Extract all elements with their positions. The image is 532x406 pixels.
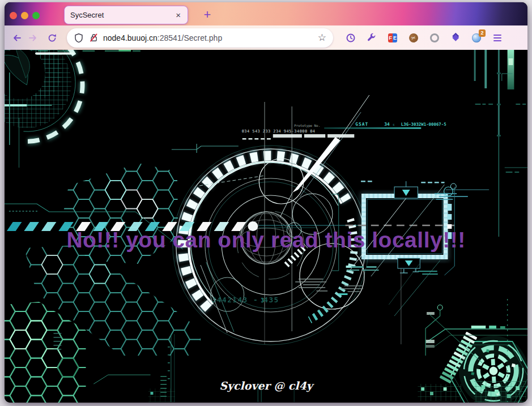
reload-icon: [47, 33, 57, 43]
page-heading: No!!! you can only read this locally!!!: [66, 228, 465, 253]
url-path: :28541/Secret.php: [158, 33, 222, 42]
stylus-extension[interactable]: [450, 33, 461, 43]
topright-bars: [474, 50, 526, 237]
gsat-label: GSAT: [355, 122, 368, 127]
menu-icon: [493, 35, 501, 36]
extension-badge: 2: [479, 29, 486, 37]
url-bar[interactable]: node4.buuoj.cn:28541/Secret.php ☆: [67, 28, 333, 48]
back-arrow-icon: [12, 33, 22, 43]
prototype-label: Prototype No.: [294, 123, 320, 128]
forward-arrow-icon: [28, 33, 38, 43]
right-edge-details: [502, 74, 527, 173]
fe-icon: F E: [388, 33, 397, 42]
tab-bar: SycSecret × +: [5, 2, 527, 25]
reload-button[interactable]: [44, 30, 60, 46]
tab-title: SycSecret: [70, 11, 175, 19]
url-host: node4.buuoj.cn: [103, 33, 158, 42]
clock-icon: [346, 33, 356, 43]
gsat-header: GSAT 34 s L3G-3032W1-00067-5: [324, 122, 446, 129]
forward-button[interactable]: [25, 30, 41, 46]
serial-number: 3442143 - 435: [212, 296, 279, 304]
topleft-mechanism: [5, 50, 191, 168]
serial-extra: 3: [261, 297, 264, 304]
ring-icon: [430, 33, 439, 42]
wrench-icon: [367, 33, 377, 43]
fe-icon-left-letter: F: [388, 33, 393, 42]
extension-icons: F E ✂ 2: [346, 33, 503, 43]
page-content: GSAT 34 s L3G-3032W1-00067-5: [5, 50, 527, 403]
back-button[interactable]: [9, 30, 25, 46]
blue-globe-extension[interactable]: 2: [471, 33, 482, 43]
devtools-wrench-extension[interactable]: [367, 33, 377, 43]
gsat-unit: s: [393, 122, 395, 126]
minimize-window-button[interactable]: [21, 12, 28, 19]
new-tab-button[interactable]: +: [199, 7, 215, 23]
cookie-scissors-icon: ✂: [408, 32, 419, 44]
fe-extension[interactable]: F E: [388, 33, 398, 43]
right-rectangle-assembly: [332, 181, 489, 344]
navigation-toolbar: node4.buuoj.cn:28541/Secret.php ☆ F E: [5, 25, 527, 50]
tab-sycsecret[interactable]: SycSecret ×: [64, 6, 188, 24]
micro-text-clusters: 3442143 - 435 3: [201, 262, 363, 333]
zoom-window-button[interactable]: [32, 12, 40, 19]
bookmark-star-icon[interactable]: ☆: [318, 32, 326, 44]
cyber-hud-background: GSAT 34 s L3G-3032W1-00067-5: [5, 50, 527, 403]
history-clock-extension[interactable]: [346, 33, 356, 43]
cookie-editor-extension[interactable]: ✂: [408, 33, 419, 43]
shield-icon[interactable]: [74, 33, 84, 43]
close-window-button[interactable]: [10, 12, 17, 19]
window-controls: [10, 12, 40, 19]
menu-button[interactable]: [492, 33, 503, 43]
prototype-digits: 034 543 233 234 945-34000 04: [242, 129, 316, 134]
ring-extension[interactable]: [429, 33, 440, 43]
gsat-value: 34: [384, 122, 390, 127]
gsat-code: L3G-3032W1-00067-5: [401, 122, 446, 127]
prototype-text: Prototype No. 034 543 233 234 945-34000 …: [242, 123, 355, 140]
url-text: node4.buuoj.cn:28541/Secret.php: [103, 33, 222, 42]
tab-close-icon[interactable]: ×: [175, 10, 182, 20]
browser-window: SycSecret × +: [5, 2, 527, 403]
credit-text: Syclover @ cl4y: [5, 379, 527, 392]
fe-icon-right-letter: E: [393, 33, 397, 42]
insecure-lock-icon[interactable]: [89, 33, 99, 42]
layers-diamond-icon: [450, 33, 461, 43]
